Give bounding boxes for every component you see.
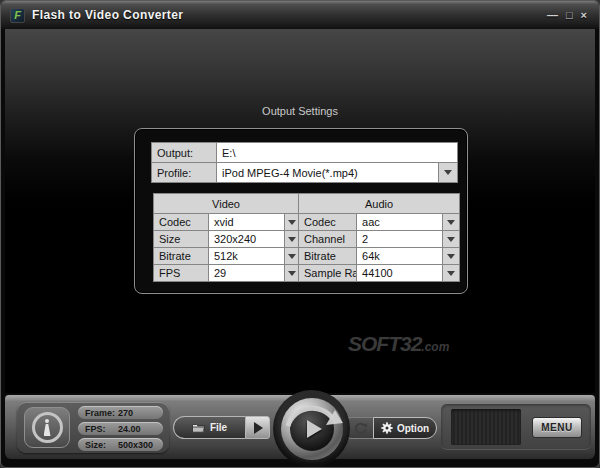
file-button[interactable]: File [173, 416, 245, 439]
window-title: Flash to Video Converter [32, 8, 183, 22]
info-dot [45, 419, 49, 423]
dropdown-arrow-icon[interactable] [285, 248, 299, 265]
watermark-tld: .com [421, 340, 449, 354]
output-row: Output: E:\ [152, 143, 458, 163]
flash-logo-icon: F [10, 8, 25, 23]
convert-button[interactable] [273, 390, 350, 467]
video-codec-label: Codec [154, 214, 209, 231]
video-bitrate-select[interactable]: 512k [209, 248, 285, 265]
convert-button-center [290, 407, 334, 451]
dropdown-arrow-icon[interactable] [443, 214, 460, 231]
table-header-row: Video Audio [154, 194, 460, 214]
info-button[interactable] [24, 407, 70, 448]
audio-header: Audio [299, 194, 460, 214]
chevron-down-icon [288, 220, 296, 225]
table-row: Bitrate 512k Bitrate 64k [154, 248, 460, 265]
app-window: F Flash to Video Converter — □ × Output … [0, 0, 600, 468]
frame-value: 270 [118, 408, 133, 418]
media-info-group: Frame: 270 FPS: 24.00 Size: 500x300 [17, 402, 169, 453]
option-button[interactable]: Option [373, 417, 437, 439]
chevron-down-icon [444, 170, 452, 175]
profile-select[interactable]: iPod MPEG-4 Movie(*.mp4) [217, 163, 439, 183]
minimize-icon[interactable]: — [547, 8, 558, 22]
dropdown-arrow-icon[interactable] [443, 265, 460, 282]
gear-icon [381, 422, 393, 434]
audio-bitrate-select[interactable]: 64k [357, 248, 443, 265]
info-icon [32, 412, 63, 443]
title-bar: F Flash to Video Converter — □ × [1, 1, 599, 29]
option-label: Option [397, 423, 429, 434]
convert-button-ring [281, 398, 343, 460]
size-value: 500x300 [118, 440, 153, 450]
dropdown-arrow-icon[interactable] [443, 248, 460, 265]
dropdown-arrow-icon[interactable] [443, 231, 460, 248]
maximize-icon[interactable]: □ [566, 8, 573, 22]
dropdown-arrow-icon[interactable] [285, 265, 299, 282]
dropdown-arrow-icon[interactable] [285, 231, 299, 248]
play-icon [254, 422, 263, 434]
output-settings-panel: Output: E:\ Profile: iPod MPEG-4 Movie(*… [134, 128, 468, 294]
video-size-label: Size [154, 231, 209, 248]
frame-stat: Frame: 270 [78, 406, 163, 419]
fps-value: 24.00 [118, 424, 141, 434]
audio-codec-label: Codec [299, 214, 357, 231]
chevron-down-icon [447, 271, 455, 276]
profile-dropdown-arrow-icon[interactable] [439, 163, 458, 183]
menu-panel: MENU [441, 404, 591, 450]
info-stem [44, 424, 51, 436]
media-stats: Frame: 270 FPS: 24.00 Size: 500x300 [78, 406, 163, 451]
soft32-watermark: SOFT32.com [348, 332, 449, 356]
main-area: Output Settings Output: E:\ Profile: iPo… [5, 29, 595, 393]
video-codec-select[interactable]: xvid [209, 214, 285, 231]
refresh-button[interactable] [347, 417, 373, 439]
table-row: FPS 29 Sample Rate 44100 [154, 265, 460, 282]
fps-stat: FPS: 24.00 [78, 422, 163, 435]
watermark-brand: SOFT32 [348, 332, 421, 355]
frame-label: Frame: [85, 408, 118, 418]
output-path-field[interactable]: E:\ [217, 143, 458, 163]
table-row: Codec xvid Codec aac [154, 214, 460, 231]
profile-label: Profile: [152, 163, 217, 183]
refresh-icon [353, 421, 368, 436]
output-settings-title: Output Settings [5, 105, 595, 117]
audio-channel-select[interactable]: 2 [357, 231, 443, 248]
chevron-down-icon [447, 220, 455, 225]
video-fps-select[interactable]: 29 [209, 265, 285, 282]
profile-row: Profile: iPod MPEG-4 Movie(*.mp4) [152, 163, 458, 183]
folder-icon [192, 422, 205, 433]
video-header: Video [154, 194, 299, 214]
video-size-select[interactable]: 320x240 [209, 231, 285, 248]
preview-play-button[interactable] [245, 416, 270, 439]
dropdown-arrow-icon[interactable] [285, 214, 299, 231]
size-label: Size: [85, 440, 118, 450]
close-icon[interactable]: × [581, 8, 587, 22]
output-profile-fields: Output: E:\ Profile: iPod MPEG-4 Movie(*… [151, 142, 458, 183]
audio-samplerate-label: Sample Rate [299, 265, 357, 282]
audio-codec-select[interactable]: aac [357, 214, 443, 231]
audio-channel-label: Channel [299, 231, 357, 248]
file-label: File [210, 422, 227, 433]
chevron-down-icon [288, 271, 296, 276]
audio-samplerate-select[interactable]: 44100 [357, 265, 443, 282]
chevron-down-icon [447, 237, 455, 242]
chevron-down-icon [288, 254, 296, 259]
chevron-down-icon [447, 254, 455, 259]
display-screen [451, 409, 521, 445]
window-controls: — □ × [547, 8, 587, 22]
control-bar: Frame: 270 FPS: 24.00 Size: 500x300 [5, 395, 595, 459]
table-row: Size 320x240 Channel 2 [154, 231, 460, 248]
size-stat: Size: 500x300 [78, 438, 163, 451]
file-control: File [173, 416, 270, 439]
window-frame: F Flash to Video Converter — □ × Output … [0, 0, 600, 468]
menu-button[interactable]: MENU [532, 417, 582, 438]
video-bitrate-label: Bitrate [154, 248, 209, 265]
video-fps-label: FPS [154, 265, 209, 282]
audio-bitrate-label: Bitrate [299, 248, 357, 265]
codec-settings-table: Video Audio Codec xvid Codec aac Size 32… [153, 193, 460, 282]
option-control: Option [347, 417, 437, 439]
output-label: Output: [152, 143, 217, 163]
fps-label: FPS: [85, 424, 118, 434]
play-icon [307, 420, 322, 438]
chevron-down-icon [288, 237, 296, 242]
